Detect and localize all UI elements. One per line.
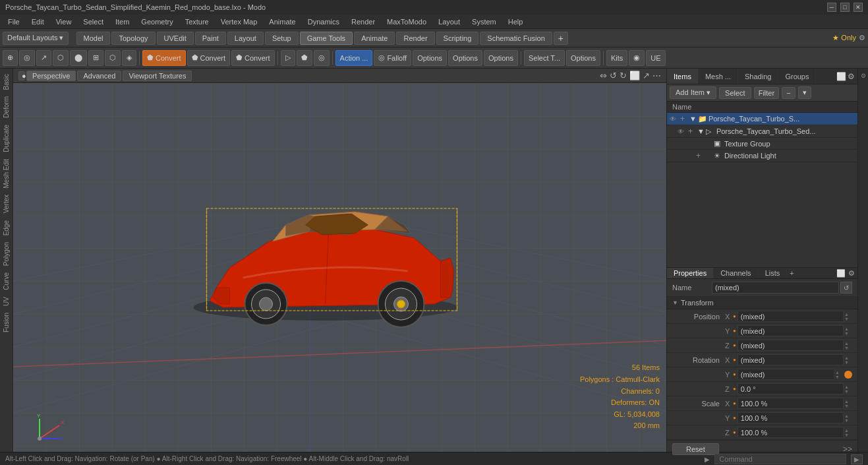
sidebar-item-mesh-edit[interactable]: Mesh Edit [1,156,11,191]
convert-button-1[interactable]: ⬟ Convert [142,50,186,66]
tab-uvedit[interactable]: UVEdit [157,32,194,45]
down-arrow-icon[interactable]: ▼ [844,404,852,408]
down-arrow-icon[interactable]: ▼ [844,346,852,350]
convert-button-2[interactable]: ⬟ Convert [187,50,231,66]
double-arrow-icon[interactable]: >> [843,445,852,454]
item-row[interactable]: + ▼ ☀ Directional Light [667,150,857,162]
position-z-arrows[interactable]: ▲ ▼ [844,341,852,350]
down-arrow-icon[interactable]: ▼ [844,433,852,437]
menu-edit[interactable]: Edit [26,16,49,27]
sidebar-item-polygon[interactable]: Polygon [1,239,11,268]
vp-ctrl-arrow[interactable]: ↗ [643,71,650,80]
tab-schematic-fusion[interactable]: Schematic Fusion [480,32,552,45]
menu-render[interactable]: Render [346,16,380,27]
panel-tab-items[interactable]: Items [667,69,699,84]
settings-icon[interactable]: ⚙ [859,34,865,42]
menu-system[interactable]: System [467,16,502,27]
props-tab-lists[interactable]: Lists [759,268,788,278]
vp-tab-dot[interactable]: ● [18,71,25,80]
arrow-icon[interactable]: ▼ [689,115,697,123]
menu-texture[interactable]: Texture [180,16,214,27]
menu-item[interactable]: Item [110,16,134,27]
kits-button[interactable]: Kits [606,50,627,66]
options-button-3[interactable]: Options [484,50,518,66]
tool-btn-3[interactable]: ↗ [36,50,51,66]
sidebar-item-curve[interactable]: Curve [1,270,11,293]
shape-btn-2[interactable]: ⬟ [297,50,312,66]
sidebar-item-uv[interactable]: UV [1,294,11,309]
props-tab-plus[interactable]: + [790,269,794,277]
tab-scripting[interactable]: Scripting [436,32,479,45]
down-arrow-icon[interactable]: ▼ [844,331,852,336]
position-y-arrows[interactable]: ▲ ▼ [844,326,852,336]
sidebar-item-duplicate[interactable]: Duplicate [1,122,11,155]
up-arrow-icon[interactable]: ▲ [844,414,852,418]
menu-help[interactable]: Help [503,16,529,27]
down-arrow-icon[interactable]: ▼ [844,360,852,365]
eye-icon[interactable]: 👁 [670,115,680,123]
up-arrow-icon[interactable]: ▲ [844,356,852,360]
command-arrow-icon[interactable]: ▶ [705,456,710,463]
tab-animate[interactable]: Animate [354,32,395,45]
up-arrow-icon[interactable]: ▲ [844,312,852,317]
position-x-value[interactable]: (mixed) [738,311,844,322]
rotation-x-arrows[interactable]: ▲ ▼ [844,356,852,365]
add-item-button[interactable]: Add Item ▾ [670,86,716,99]
maximize-button[interactable]: □ [840,3,850,12]
command-input[interactable] [714,454,846,464]
up-arrow-icon[interactable]: ▲ [844,326,852,331]
render-icon-btn[interactable]: ◉ [629,50,645,66]
close-button[interactable]: ✕ [854,3,863,12]
action-button[interactable]: Action ... [335,50,373,66]
tool-btn-1[interactable]: ⊕ [3,50,18,66]
cmd-run-icon[interactable]: ▶ [851,454,863,464]
vp-ctrl-undo[interactable]: ↺ [610,71,617,80]
vp-ctrl-resize[interactable]: ⇔ [600,71,607,80]
falloff-button[interactable]: ◎ Falloff [374,50,411,66]
props-settings-icon[interactable]: ⚙ [848,269,855,278]
tab-game-tools[interactable]: Game Tools [300,32,353,45]
far-right-btn-1[interactable]: ⚙ [859,69,868,83]
vp-tab-perspective[interactable]: Perspective [26,71,76,81]
layout-dropdown[interactable]: Default Layouts ▾ [3,32,69,45]
down-arrow-icon[interactable]: ▼ [844,418,852,423]
tab-setup[interactable]: Setup [265,32,299,45]
minimize-button[interactable]: ─ [827,3,836,12]
menu-animate[interactable]: Animate [264,16,301,27]
menu-layout[interactable]: Layout [433,16,465,27]
convert-button-3[interactable]: ⬟ Convert [231,50,275,66]
panel-tab-mesh[interactable]: Mesh ... [699,69,738,84]
tab-topology[interactable]: Topology [111,32,155,45]
vp-ctrl-fullscreen[interactable]: ⬜ [629,71,640,80]
item-row[interactable]: ▼ ▣ Texture Group [667,138,857,150]
menu-dynamics[interactable]: Dynamics [303,16,345,27]
menu-geometry[interactable]: Geometry [136,16,178,27]
vp-tab-textures[interactable]: Viewport Textures [123,71,192,81]
up-arrow-icon[interactable]: ▲ [844,385,852,389]
scale-z-arrows[interactable]: ▲ ▼ [844,428,852,437]
viewport[interactable]: ● Perspective Advanced Viewport Textures… [13,69,666,452]
name-reset-button[interactable]: ↺ [840,282,852,294]
sidebar-item-basic[interactable]: Basic [1,71,11,92]
options-button-1[interactable]: Options [413,50,447,66]
vp-ctrl-redo[interactable]: ↻ [620,71,627,80]
position-y-value[interactable]: (mixed) [738,325,844,336]
tool-btn-4[interactable]: ⬡ [53,50,69,66]
rotation-z-arrows[interactable]: ▲ ▼ [844,385,852,394]
rotation-y-arrows[interactable]: ▲ ▼ [835,370,843,379]
options-button-4[interactable]: Options [566,50,600,66]
plus-icon[interactable]: + [688,127,697,136]
menu-view[interactable]: View [51,16,77,27]
viewport-canvas[interactable]: 56 Items Polygons : Catmull-Clark Channe… [13,83,666,452]
options-button-2[interactable]: Options [448,50,482,66]
scale-x-arrows[interactable]: ▲ ▼ [844,399,852,408]
plus-icon[interactable]: + [696,151,705,160]
rotation-y-value[interactable]: (mixed) [738,369,834,380]
menu-select[interactable]: Select [78,16,109,27]
menu-vertex-map[interactable]: Vertex Map [216,16,263,27]
tab-render[interactable]: Render [396,32,434,45]
up-arrow-icon[interactable]: ▲ [844,341,852,346]
vp-ctrl-more[interactable]: ⋯ [652,71,661,80]
tab-layout[interactable]: Layout [227,32,264,45]
props-tab-channels[interactable]: Channels [714,268,758,278]
